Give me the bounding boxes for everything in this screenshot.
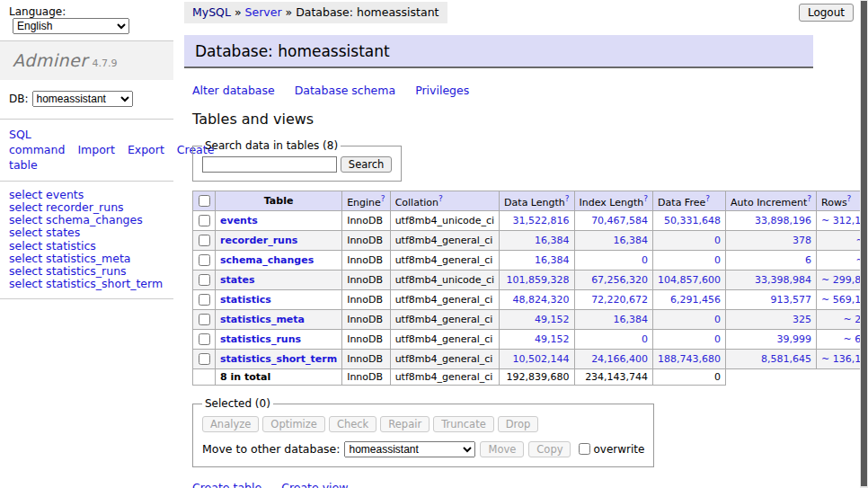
data-free-value[interactable]: 50,331,648 (664, 215, 721, 226)
overwrite-checkbox[interactable] (579, 443, 590, 455)
auto-increment-value[interactable]: 8,581,645 (761, 353, 811, 365)
link-create-view[interactable]: Create view (281, 481, 348, 488)
bulk-truncate-button[interactable]: Truncate (433, 416, 494, 432)
data-free-value[interactable]: 0 (714, 235, 721, 246)
data-free-value[interactable]: 104,857,600 (658, 274, 721, 286)
row-checkbox-statistics[interactable] (199, 294, 210, 306)
data-length-value[interactable]: 31,522,816 (513, 215, 570, 226)
logout-button[interactable]: Logout (799, 4, 854, 22)
search-button[interactable]: Search (341, 156, 393, 173)
data-length-value[interactable]: 49,152 (535, 333, 570, 345)
table-name-link-statistics_meta[interactable]: statistics_meta (220, 314, 305, 325)
sidebar-link-select-statistics-runs[interactable]: select statistics_runs (9, 265, 166, 277)
db-select[interactable]: homeassistant (32, 91, 133, 107)
data-length-value[interactable]: 16,384 (535, 235, 570, 246)
help-link-rows[interactable]: ? (847, 194, 852, 203)
db-link-alter-database[interactable]: Alter database (192, 84, 275, 97)
index-length-value[interactable]: 70,467,584 (591, 215, 648, 226)
help-link-collation[interactable]: ? (438, 194, 443, 203)
data-free-value[interactable]: 188,743,680 (658, 353, 721, 365)
bulk-repair-button[interactable]: Repair (380, 416, 430, 432)
bulk-drop-button[interactable]: Drop (498, 416, 539, 432)
sidebar-link-select-schema-changes[interactable]: select schema_changes (9, 214, 166, 226)
index-length-value[interactable]: 16,384 (614, 235, 649, 246)
engine-cell: InnoDB (342, 350, 390, 369)
search-input[interactable] (202, 156, 337, 173)
sidebar-action-export[interactable]: Export (128, 143, 164, 156)
row-checkbox-statistics_meta[interactable] (199, 314, 210, 325)
sidebar-link-select-statistics-short-term[interactable]: select statistics_short_term (9, 278, 166, 289)
table-name-link-states[interactable]: states (220, 274, 255, 286)
auto-increment-cell: 33,398,984 (726, 271, 817, 290)
help-link-auto-increment[interactable]: ? (807, 194, 811, 203)
help-link-data-length[interactable]: ? (565, 194, 570, 203)
data-free-value[interactable]: 6,291,456 (670, 294, 721, 306)
vertical-scrollbar[interactable] (860, 0, 868, 488)
row-checkbox-schema_changes[interactable] (199, 254, 210, 266)
index-length-value[interactable]: 72,220,672 (591, 294, 648, 306)
select-all-checkbox[interactable] (199, 195, 210, 207)
create-links: Create tableCreate view (192, 481, 813, 488)
auto-increment-value[interactable]: 39,999 (777, 333, 812, 345)
db-link-privileges[interactable]: Privileges (415, 84, 469, 97)
table-name-link-schema_changes[interactable]: schema_changes (220, 254, 314, 266)
bulk-optimize-button[interactable]: Optimize (262, 416, 325, 432)
data-length-value[interactable]: 16,384 (535, 254, 570, 266)
index-length-value[interactable]: 16,384 (614, 314, 649, 325)
data-length-value[interactable]: 10,502,144 (513, 353, 570, 365)
table-name-link-events[interactable]: events (220, 215, 258, 226)
adminer-logo[interactable]: Adminer4.7.9 (0, 41, 173, 80)
auto-increment-value[interactable]: 378 (793, 235, 811, 246)
data-free-value[interactable]: 0 (714, 333, 721, 345)
sidebar-link-select-states[interactable]: select states (9, 226, 166, 238)
copy-button[interactable]: Copy (528, 441, 571, 457)
help-link-data-free[interactable]: ? (705, 194, 710, 203)
row-checkbox-statistics_short_term[interactable] (199, 353, 210, 365)
db-link-database-schema[interactable]: Database schema (295, 84, 395, 97)
index-length-value[interactable]: 67,256,320 (591, 274, 648, 286)
row-checkbox-statistics_runs[interactable] (199, 333, 210, 345)
auto-increment-value[interactable]: 6 (805, 254, 811, 266)
table-name-link-statistics_short_term[interactable]: statistics_short_term (220, 353, 337, 365)
language-select[interactable]: English (13, 18, 129, 34)
table-row-statistics_short_term: statistics_short_termInnoDButf8mb4_gener… (193, 350, 868, 369)
index-length-value[interactable]: 24,166,400 (591, 353, 648, 365)
sidebar-link-select-events[interactable]: select events (9, 189, 166, 200)
help-link-engine[interactable]: ? (381, 194, 385, 203)
breadcrumb-link-server[interactable]: Server (245, 5, 282, 19)
table-name-link-statistics[interactable]: statistics (220, 294, 271, 306)
data-free-value[interactable]: 0 (714, 314, 721, 325)
sidebar-action-sql-command[interactable]: SQL command (9, 128, 65, 156)
data-length-value[interactable]: 48,824,320 (513, 294, 570, 306)
auto-increment-value[interactable]: 33,898,196 (755, 215, 811, 226)
row-checkbox-events[interactable] (199, 215, 210, 226)
row-checkbox-recorder_runs[interactable] (199, 235, 210, 246)
row-checkbox-states[interactable] (199, 274, 210, 286)
index-length-value[interactable]: 0 (642, 333, 648, 345)
auto-increment-value[interactable]: 325 (793, 314, 811, 325)
data-length-value[interactable]: 101,859,328 (507, 274, 570, 286)
data-length-value[interactable]: 49,152 (535, 314, 570, 325)
sidebar-action-import[interactable]: Import (77, 143, 115, 156)
scrollbar-thumb[interactable] (861, 1, 867, 486)
adminer-logo-name[interactable]: Adminer (13, 50, 88, 70)
breadcrumb-link-mysql[interactable]: MySQL (192, 5, 231, 19)
table-name-link-recorder_runs[interactable]: recorder_runs (220, 235, 297, 246)
bulk-check-button[interactable]: Check (329, 416, 376, 432)
index-length-value[interactable]: 0 (642, 254, 648, 266)
data-free-value[interactable]: 0 (714, 254, 721, 266)
bulk-analyze-button[interactable]: Analyze (202, 416, 259, 432)
auto-increment-value[interactable]: 33,398,984 (755, 274, 811, 286)
move-database-select[interactable]: homeassistant (344, 441, 475, 457)
help-link-index-length[interactable]: ? (643, 194, 648, 203)
sidebar-link-select-statistics[interactable]: select statistics (9, 240, 166, 252)
auto-increment-value[interactable]: 913,577 (771, 294, 812, 306)
table-name-link-statistics_runs[interactable]: statistics_runs (220, 333, 301, 345)
total-count-cell: 8 in total (216, 369, 342, 386)
link-create-table[interactable]: Create table (192, 481, 261, 488)
sidebar-link-select-recorder-runs[interactable]: select recorder_runs (9, 201, 166, 213)
help-sup: ? (807, 194, 811, 203)
sidebar-link-select-statistics-meta[interactable]: select statistics_meta (9, 253, 166, 264)
search-legend: Search data in tables (8) (202, 139, 341, 152)
move-button[interactable]: Move (480, 441, 524, 457)
